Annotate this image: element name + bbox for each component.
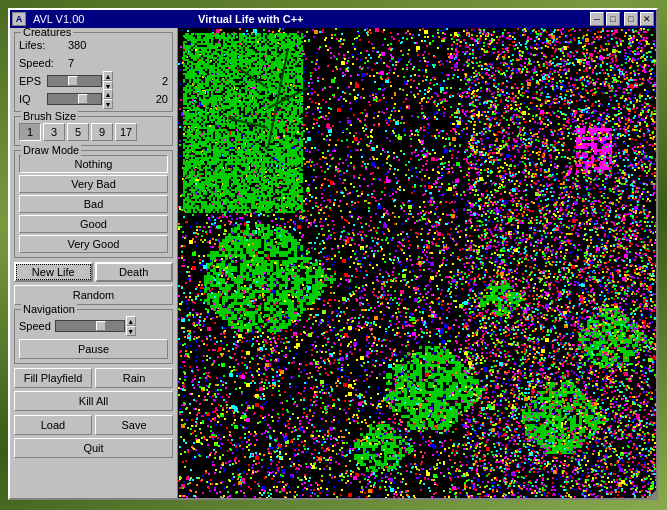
lifes-value: 380 — [68, 39, 86, 51]
fill-playfield-btn[interactable]: Fill Playfield — [14, 368, 92, 388]
simulation-canvas — [178, 28, 656, 498]
brush-size-group: Brush Size 1 3 5 9 17 — [14, 116, 173, 146]
resize-handle[interactable] — [642, 484, 656, 498]
iq-value: 20 — [156, 93, 168, 105]
iq-up-btn[interactable]: ▲ — [103, 89, 113, 99]
iq-thumb — [78, 94, 88, 104]
brush-btn-9[interactable]: 9 — [91, 123, 113, 141]
iq-spinner[interactable]: ▲ ▼ — [47, 89, 152, 109]
eps-value: 2 — [162, 75, 168, 87]
pause-btn[interactable]: Pause — [19, 339, 168, 359]
eps-spinner[interactable]: ▲ ▼ — [47, 71, 158, 91]
brush-btn-5[interactable]: 5 — [67, 123, 89, 141]
save-btn[interactable]: Save — [95, 415, 173, 435]
lifes-label: Lifes: — [19, 39, 64, 51]
brush-size-label: Brush Size — [21, 110, 78, 122]
newlife-death-row: New Life Death — [14, 262, 173, 282]
brush-btn-1[interactable]: 1 — [19, 123, 41, 141]
speed-value: 7 — [68, 57, 74, 69]
iq-label: IQ — [19, 93, 47, 105]
navigation-group: Navigation Speed ▲ ▼ Pause — [14, 309, 173, 364]
rain-btn[interactable]: Rain — [95, 368, 173, 388]
speed-row: Speed: 7 — [19, 55, 168, 71]
brush-btn-3[interactable]: 3 — [43, 123, 65, 141]
nav-speed-slider[interactable] — [55, 320, 125, 332]
creatures-label: Creatures — [21, 28, 73, 38]
draw-nothing-btn[interactable]: Nothing — [19, 155, 168, 173]
eps-up-btn[interactable]: ▲ — [103, 71, 113, 81]
new-life-btn[interactable]: New Life — [14, 262, 93, 282]
nav-speed-label: Speed — [19, 320, 51, 332]
quit-btn[interactable]: Quit — [14, 438, 173, 458]
kill-all-btn[interactable]: Kill All — [14, 391, 173, 411]
draw-mode-label: Draw Mode — [21, 144, 81, 156]
content-area: Creatures Lifes: 380 Speed: 7 EPS — [10, 28, 656, 498]
eps-thumb — [68, 76, 78, 86]
close-btn[interactable]: ✕ — [640, 12, 654, 26]
navigation-label: Navigation — [21, 303, 77, 315]
minimize-btn[interactable]: ─ — [590, 12, 604, 26]
load-btn[interactable]: Load — [14, 415, 92, 435]
load-save-row: Load Save — [14, 415, 173, 435]
restore-btn[interactable]: □ — [624, 12, 638, 26]
draw-bad-btn[interactable]: Bad — [19, 195, 168, 213]
draw-good-btn[interactable]: Good — [19, 215, 168, 233]
eps-row: EPS ▲ ▼ 2 — [19, 73, 168, 89]
speed-label: Speed: — [19, 57, 64, 69]
simulation-area[interactable] — [178, 28, 656, 498]
iq-row: IQ ▲ ▼ 20 — [19, 91, 168, 107]
draw-mode-group: Draw Mode Nothing Very Bad Bad Good Very… — [14, 150, 173, 258]
brush-btn-17[interactable]: 17 — [115, 123, 137, 141]
draw-very-bad-btn[interactable]: Very Bad — [19, 175, 168, 193]
nav-slider-thumb — [96, 321, 106, 331]
creatures-group: Creatures Lifes: 380 Speed: 7 EPS — [14, 32, 173, 112]
window-right-title: Virtual Life with C++ — [198, 10, 304, 28]
nav-speed-up-btn[interactable]: ▲ — [126, 316, 136, 326]
maximize-btn[interactable]: □ — [606, 12, 620, 26]
window-left-title: AVL V1.00 — [33, 13, 84, 25]
brush-row: 1 3 5 9 17 — [19, 123, 168, 141]
iq-down-btn[interactable]: ▼ — [103, 99, 113, 109]
lifes-row: Lifes: 380 — [19, 37, 168, 53]
iq-slider[interactable] — [47, 93, 102, 105]
eps-label: EPS — [19, 75, 47, 87]
main-window: A AVL V1.00 ─ □ Virtual Life with C++ □ … — [8, 8, 658, 500]
title-bar: A AVL V1.00 ─ □ Virtual Life with C++ □ … — [10, 10, 656, 28]
random-btn[interactable]: Random — [14, 285, 173, 305]
window-icon: A — [12, 12, 26, 26]
eps-slider[interactable] — [47, 75, 102, 87]
nav-speed-down-btn[interactable]: ▼ — [126, 326, 136, 336]
nav-speed-row: Speed ▲ ▼ — [19, 316, 168, 336]
death-btn[interactable]: Death — [95, 262, 174, 282]
left-panel: Creatures Lifes: 380 Speed: 7 EPS — [10, 28, 178, 498]
fill-rain-row: Fill Playfield Rain — [14, 368, 173, 388]
draw-very-good-btn[interactable]: Very Good — [19, 235, 168, 253]
